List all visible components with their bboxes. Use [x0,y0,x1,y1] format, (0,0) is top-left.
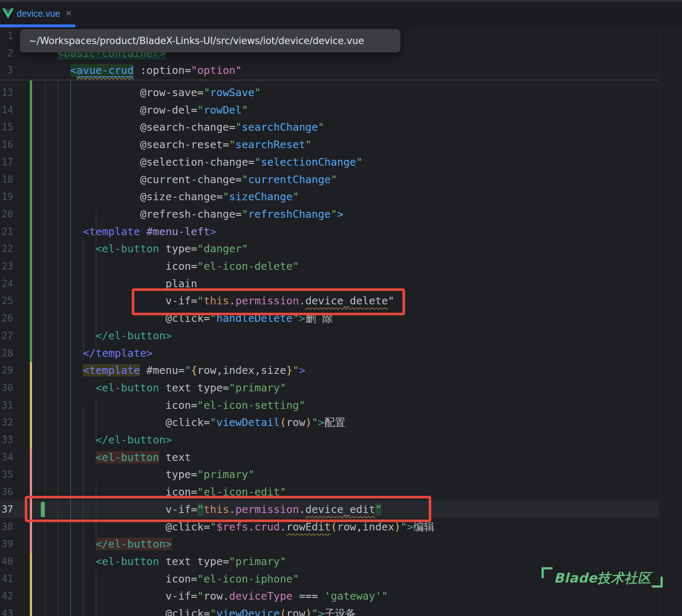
code-text: @size-change="sizeChange" [45,188,299,205]
line-number[interactable]: 19 [0,188,13,205]
code-text: <el-button type="danger" [45,240,248,257]
code-text: </el-button> [45,327,172,344]
annotation-box-device-edit [25,496,431,522]
line-number[interactable]: 30 [0,379,13,396]
line-number[interactable]: 15 [0,118,13,136]
watermark-text: Blade技术社区 [553,567,652,587]
code-text: @refresh-change="refreshChange"> [45,205,344,223]
line-number[interactable]: 37 [0,501,13,518]
code-text: type="primary" [45,466,254,483]
code-line-14[interactable]: 14 @row-del="rowDel" [0,101,682,119]
close-tab-icon[interactable]: ✕ [66,9,72,18]
code-text: @current-change="currentChange" [45,171,337,188]
vue-file-icon [2,8,14,19]
line-number[interactable]: 1 [0,27,13,44]
line-number[interactable]: 26 [0,309,13,327]
code-line-23[interactable]: 23 icon="el-icon-delete" [0,257,682,275]
line-number[interactable]: 32 [0,414,13,431]
watermark-bracket-left [542,567,552,578]
watermark: Blade技术社区 [542,567,663,588]
line-number[interactable]: 20 [0,205,13,223]
line-number[interactable]: 31 [0,396,13,414]
line-number[interactable]: 3 [0,62,13,79]
code-line-28[interactable]: 28 </template> [0,344,682,362]
code-line-33[interactable]: 33 </el-button> [0,431,682,449]
code-line-27[interactable]: 27 </el-button> [0,327,682,344]
line-number[interactable]: 35 [0,466,13,483]
line-number[interactable]: 13 [0,84,13,101]
code-text: <avue-crud :option="option" [45,62,242,79]
line-number[interactable]: 23 [0,257,13,275]
line-number[interactable]: 43 [0,605,13,616]
file-path-text: ~/Workspaces/product/BladeX-Links-UI/src… [29,35,364,46]
code-text: </template> [45,344,153,362]
code-text: @row-del="rowDel" [45,101,248,119]
line-number[interactable]: 42 [0,587,13,605]
code-text: icon="el-icon-setting" [45,396,305,414]
line-number[interactable]: 39 [0,535,13,553]
line-number[interactable]: 27 [0,327,13,344]
line-number[interactable]: 28 [0,344,13,362]
code-text: v-if="row.deviceType === 'gateway'" [45,587,388,605]
line-number[interactable]: 38 [0,518,13,536]
line-number[interactable]: 34 [0,449,13,466]
code-text: </el-button> [45,431,172,449]
code-line-19[interactable]: 19 @size-change="sizeChange" [0,188,682,205]
code-line-21[interactable]: 21 <template #menu-left> [0,223,682,240]
editor-tab-bar: device.vue ✕ [0,2,682,27]
code-text: <template #menu-left> [45,223,216,240]
code-line-30[interactable]: 30 <el-button text type="primary" [0,379,682,396]
code-text: @search-change="searchChange" [45,118,324,136]
code-line-20[interactable]: 20 @refresh-change="refreshChange"> [0,205,682,223]
code-line-17[interactable]: 17 @selection-change="selectionChange" [0,153,682,171]
line-number[interactable]: 21 [0,223,13,240]
code-text: <el-button text [45,449,191,466]
code-line-32[interactable]: 32 @click="viewDetail(row)">配置 [0,414,682,431]
code-line-18[interactable]: 18 @current-change="currentChange" [0,171,682,188]
code-line-15[interactable]: 15 @search-change="searchChange" [0,118,682,136]
code-text: <template #menu="{row,index,size}"> [45,362,305,379]
tab-device-vue[interactable]: device.vue ✕ [0,2,77,25]
code-text: @search-reset="searchReset" [45,136,312,153]
code-line-42[interactable]: 42 v-if="row.deviceType === 'gateway'" [0,587,682,605]
code-line-13[interactable]: 13 @row-save="rowSave" [0,84,682,101]
code-line-29[interactable]: 29 <template #menu="{row,index,size}"> [0,362,682,379]
code-line-43[interactable]: 43 @click="viewDevice(row)">子设备 [0,605,682,616]
code-text: <el-button text type="primary" [45,379,286,396]
line-number[interactable]: 33 [0,431,13,449]
line-number[interactable]: 41 [0,570,13,588]
code-text: @row-save="rowSave" [45,84,261,101]
ide-window: device.vue ✕ 1<template>2 <basic-contain… [0,0,682,616]
line-number[interactable]: 14 [0,101,13,119]
line-number[interactable]: 40 [0,553,13,570]
line-number[interactable]: 17 [0,153,13,171]
line-number[interactable]: 16 [0,136,13,153]
line-number[interactable]: 18 [0,171,13,188]
code-line-22[interactable]: 22 <el-button type="danger" [0,240,682,257]
annotation-box-device-delete [132,288,405,315]
line-number[interactable]: 24 [0,275,13,292]
code-line-35[interactable]: 35 type="primary" [0,466,682,483]
code-text: icon="el-icon-iphone" [45,570,299,588]
tab-filename: device.vue [17,8,60,19]
line-number[interactable]: 22 [0,240,13,257]
code-line-31[interactable]: 31 icon="el-icon-setting" [0,396,682,414]
line-number[interactable]: 36 [0,483,13,501]
file-path-tooltip: ~/Workspaces/product/BladeX-Links-UI/src… [20,29,400,52]
line-number[interactable]: 29 [0,362,13,379]
code-text: <el-button text type="primary" [45,553,286,570]
code-text: </el-button> [45,535,172,553]
code-line-3[interactable]: 3 <avue-crud :option="option" [0,62,682,79]
code-line-34[interactable]: 34 <el-button text [0,449,682,466]
fold-separator[interactable] [0,80,659,80]
line-number[interactable]: 2 [0,44,13,62]
code-line-16[interactable]: 16 @search-reset="searchReset" [0,136,682,153]
code-text: @selection-change="selectionChange" [45,153,362,171]
code-text: @click="viewDevice(row)">子设备 [45,605,356,616]
code-editor[interactable]: 1<template>2 <basic-container>3 <avue-cr… [0,27,682,616]
code-text: icon="el-icon-delete" [45,257,299,275]
code-text: @click="viewDetail(row)">配置 [45,414,345,431]
line-number[interactable]: 25 [0,292,13,309]
watermark-bracket-right [652,577,663,588]
code-line-39[interactable]: 39 </el-button> [0,535,682,553]
